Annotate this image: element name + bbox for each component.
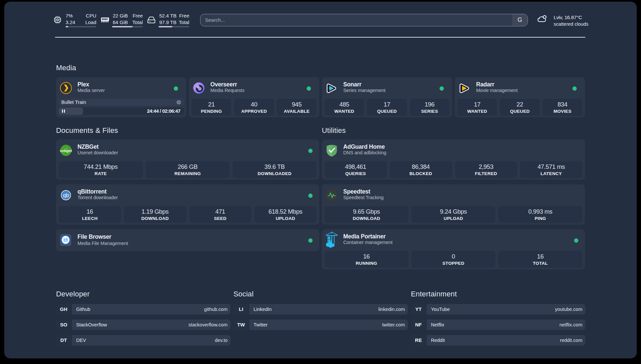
svg-text:qb: qb	[63, 193, 69, 198]
svg-text:nzbget: nzbget	[60, 149, 72, 153]
